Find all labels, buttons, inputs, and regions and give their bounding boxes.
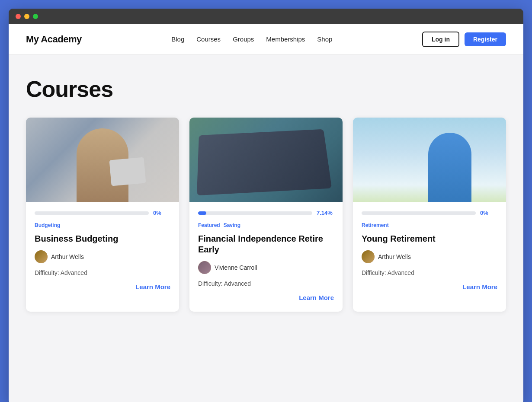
maximize-dot (33, 14, 38, 19)
minimize-dot (24, 14, 29, 19)
avatar-img-3 (362, 250, 375, 263)
page-content: My Academy Blog Courses Groups Membershi… (9, 24, 523, 402)
course-card-3: 0% Retirement Young Retirement Arthur We… (353, 118, 506, 312)
page-title: Courses (26, 76, 506, 102)
register-button[interactable]: Register (465, 32, 506, 46)
author-name-2: Vivienne Carroll (215, 264, 257, 271)
progress-row-3: 0% (362, 210, 497, 216)
course-image-2 (189, 118, 343, 202)
progress-bar-wrap-3 (362, 211, 476, 215)
tag-saving[interactable]: Saving (224, 222, 240, 228)
learn-more-2: Learn More (198, 294, 334, 301)
nav-item-memberships[interactable]: Memberships (266, 35, 305, 43)
progress-bar-wrap-1 (35, 211, 149, 215)
author-row-1: Arthur Wells (35, 250, 170, 263)
nav-item-blog[interactable]: Blog (171, 35, 184, 43)
tags-3: Retirement (362, 222, 497, 228)
tag-featured[interactable]: Featured (198, 222, 220, 228)
brand-logo[interactable]: My Academy (26, 34, 82, 45)
progress-bar-wrap-2 (198, 211, 312, 215)
browser-chrome (9, 9, 523, 24)
author-name-3: Arthur Wells (378, 253, 411, 260)
close-dot (16, 14, 21, 19)
login-button[interactable]: Log in (422, 32, 459, 47)
tags-2: Featured Saving (198, 222, 334, 228)
avatar-img-2 (198, 261, 211, 274)
nav-item-shop[interactable]: Shop (317, 35, 332, 43)
learn-more-1: Learn More (35, 283, 170, 290)
tag-budgeting[interactable]: Budgeting (35, 222, 60, 228)
card-body-1: 0% Budgeting Business Budgeting Arthur W… (26, 202, 179, 301)
learn-more-3: Learn More (362, 283, 497, 290)
main-content: Courses 0% Budgeting (9, 54, 523, 338)
navbar: My Academy Blog Courses Groups Membershi… (9, 24, 523, 54)
progress-bar-fill-2 (198, 211, 206, 215)
nav-item-groups[interactable]: Groups (233, 35, 254, 43)
author-row-2: Vivienne Carroll (198, 261, 334, 274)
courses-grid: 0% Budgeting Business Budgeting Arthur W… (26, 118, 506, 312)
progress-pct-2: 7.14% (317, 210, 334, 216)
progress-row-2: 7.14% (198, 210, 334, 216)
difficulty-1: Difficulty: Advanced (35, 269, 170, 276)
progress-pct-3: 0% (480, 210, 497, 216)
card-body-2: 7.14% Featured Saving Financial Independ… (189, 202, 343, 312)
tags-1: Budgeting (35, 222, 170, 228)
difficulty-2: Difficulty: Advanced (198, 280, 334, 287)
progress-pct-1: 0% (153, 210, 170, 216)
author-row-3: Arthur Wells (362, 250, 497, 263)
author-avatar-2 (198, 261, 211, 274)
course-card-2: 7.14% Featured Saving Financial Independ… (189, 118, 343, 312)
author-avatar-1 (35, 250, 48, 263)
course-image-3 (353, 118, 506, 202)
tag-retirement[interactable]: Retirement (362, 222, 389, 228)
difficulty-3: Difficulty: Advanced (362, 269, 497, 276)
author-name-1: Arthur Wells (51, 253, 84, 260)
course-title-2: Financial Independence Retire Early (198, 233, 334, 255)
author-avatar-3 (362, 250, 375, 263)
course-title-1: Business Budgeting (35, 233, 170, 244)
nav-actions: Log in Register (422, 32, 506, 47)
nav-item-courses[interactable]: Courses (196, 35, 221, 43)
progress-row-1: 0% (35, 210, 170, 216)
nav-links: Blog Courses Groups Memberships Shop (171, 35, 332, 43)
learn-more-link-1[interactable]: Learn More (135, 283, 170, 290)
card-body-3: 0% Retirement Young Retirement Arthur We… (353, 202, 506, 301)
learn-more-link-3[interactable]: Learn More (462, 283, 497, 290)
browser-window: My Academy Blog Courses Groups Membershi… (9, 9, 523, 402)
course-card-1: 0% Budgeting Business Budgeting Arthur W… (26, 118, 179, 312)
learn-more-link-2[interactable]: Learn More (299, 294, 334, 301)
avatar-img-1 (35, 250, 48, 263)
course-title-3: Young Retirement (362, 233, 497, 244)
course-image-1 (26, 118, 179, 202)
